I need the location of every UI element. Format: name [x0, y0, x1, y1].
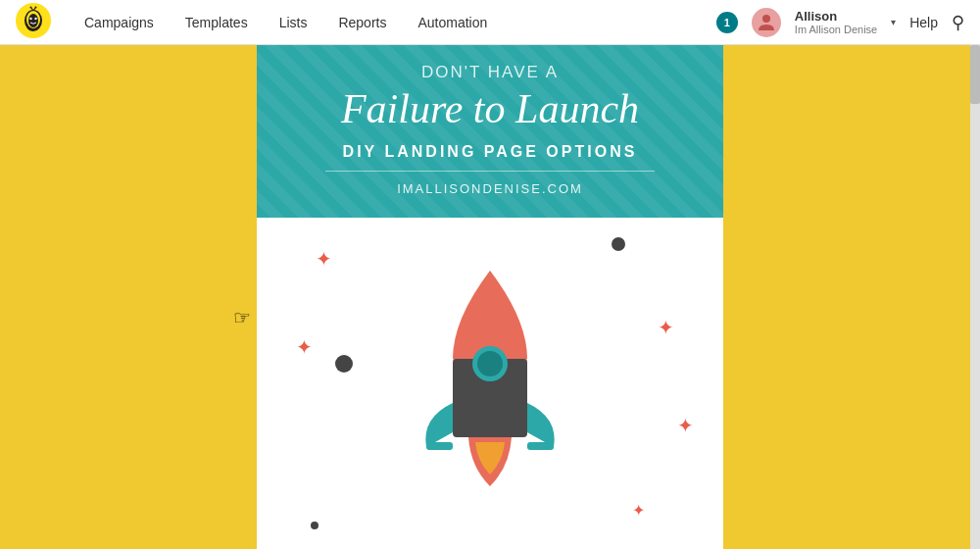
sparkle-4: ✦: [677, 414, 694, 437]
notification-badge[interactable]: 1: [716, 12, 738, 33]
center-preview: DON'T HAVE A Failure to Launch DIY LANDI…: [257, 45, 723, 549]
navbar: Campaigns Templates Lists Reports Automa…: [0, 0, 980, 45]
svg-point-14: [477, 351, 503, 376]
svg-rect-16: [527, 442, 554, 450]
preview-header: DON'T HAVE A Failure to Launch DIY LANDI…: [257, 45, 723, 218]
sparkle-5: ✦: [632, 501, 645, 520]
preview-body: ✦ ✦ ✦ ✦ ✦: [257, 218, 723, 549]
svg-rect-15: [426, 442, 453, 450]
dot-1: [612, 237, 625, 251]
preview-url: IMALLISONDENISE.COM: [286, 181, 694, 196]
preview-title: Failure to Launch: [286, 86, 694, 131]
nav-campaigns[interactable]: Campaigns: [71, 9, 168, 36]
svg-point-7: [30, 6, 32, 8]
sparkle-3: ✦: [658, 316, 674, 339]
rocket-illustration: [392, 251, 588, 516]
svg-point-10: [762, 15, 770, 23]
svg-point-9: [35, 6, 37, 8]
mailchimp-logo[interactable]: [16, 3, 71, 42]
avatar[interactable]: [752, 8, 781, 37]
dot-3: [311, 522, 318, 529]
scrollbar-thumb[interactable]: [970, 45, 980, 104]
right-yellow-strip: [723, 45, 980, 549]
nav-links: Campaigns Templates Lists Reports Automa…: [71, 9, 716, 36]
left-yellow-strip: [0, 45, 257, 549]
content-area: DON'T HAVE A Failure to Launch DIY LANDI…: [0, 45, 980, 549]
scrollbar-track: [970, 45, 980, 549]
svg-point-3: [28, 14, 38, 27]
dot-2: [335, 355, 353, 373]
preview-subtitle: DIY LANDING PAGE OPTIONS: [286, 143, 694, 161]
user-info: Allison Im Allison Denise: [795, 9, 877, 35]
user-menu-chevron[interactable]: ▾: [891, 17, 896, 27]
nav-right-section: 1 Allison Im Allison Denise ▾ Help ⚲: [716, 8, 964, 37]
user-subtitle: Im Allison Denise: [795, 24, 877, 35]
preview-dont-text: DON'T HAVE A: [286, 63, 694, 82]
nav-automation[interactable]: Automation: [404, 9, 501, 36]
preview-divider: [325, 171, 655, 172]
sparkle-2: ✦: [296, 335, 313, 359]
nav-reports[interactable]: Reports: [324, 9, 400, 36]
help-link[interactable]: Help: [909, 15, 938, 30]
svg-point-5: [34, 17, 36, 19]
nav-templates[interactable]: Templates: [172, 9, 262, 36]
nav-lists[interactable]: Lists: [266, 9, 321, 36]
search-icon[interactable]: ⚲: [952, 12, 964, 33]
sparkle-1: ✦: [316, 247, 332, 271]
user-name: Allison: [795, 9, 877, 24]
svg-point-4: [29, 17, 31, 19]
